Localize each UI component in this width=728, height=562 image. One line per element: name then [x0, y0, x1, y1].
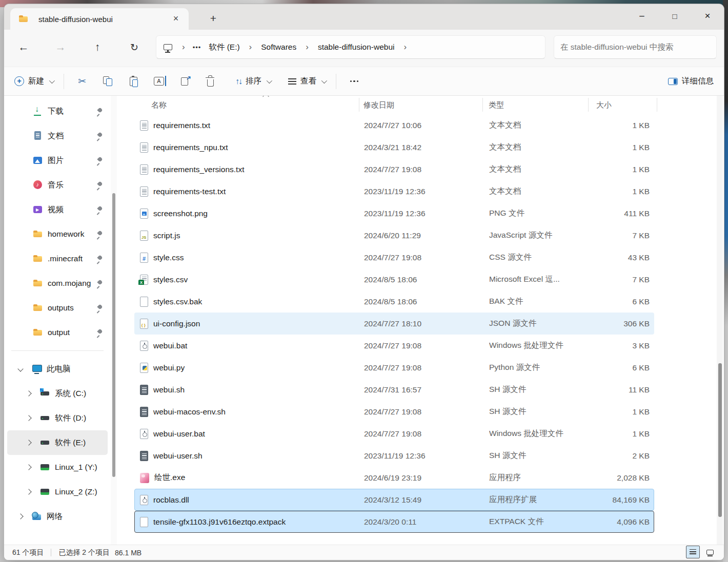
back-button[interactable]: ←	[11, 37, 36, 57]
table-row[interactable]: ui-config.json 2024/7/27 18:10 JSON 源文件 …	[134, 313, 654, 335]
table-row[interactable]: screenshot.png 2023/11/19 12:36 PNG 文件 4…	[134, 202, 654, 224]
sidebar-item-outputs[interactable]: outputs	[7, 296, 108, 320]
maximize-button[interactable]: □	[658, 4, 691, 28]
cut-button[interactable]: ✂	[69, 71, 95, 92]
table-row[interactable]: 绘世.exe 2024/6/19 23:19 应用程序 2,028 KB	[134, 467, 654, 489]
sidebar-tree-item-linux_2z[interactable]: Linux_2 (Z:)	[7, 480, 108, 504]
sidebar-item-[interactable]: 文档	[7, 123, 108, 148]
drive-icon	[40, 413, 50, 423]
up-button[interactable]: ↑	[85, 37, 110, 57]
breadcrumb-item[interactable]: Softwares	[256, 40, 301, 54]
sidebar-scrollbar-thumb[interactable]	[112, 193, 115, 477]
view-button[interactable]: 查看	[283, 71, 331, 92]
file-size: 1 KB	[597, 143, 654, 152]
column-resize-handle[interactable]	[588, 98, 589, 112]
drive-icon	[40, 438, 50, 448]
minimize-button[interactable]: –	[625, 4, 658, 28]
chevron-icon[interactable]	[17, 366, 23, 371]
search-box[interactable]: 在 stable-diffusion-webui 中搜索	[554, 35, 717, 59]
sidebar-item-output[interactable]: output	[7, 320, 108, 345]
table-row[interactable]: webui.sh 2024/7/31 16:57 SH 源文件 11 KB	[134, 379, 654, 401]
sidebar-item-homework[interactable]: homework	[7, 222, 108, 246]
file-list-scrollbar-thumb[interactable]	[718, 363, 722, 517]
sidebar-tree-item-linux_1y[interactable]: Linux_1 (Y:)	[7, 455, 108, 480]
drive-linux-icon	[40, 487, 50, 497]
details-view-toggle[interactable]	[686, 546, 700, 558]
sidebar-tree-item-[interactable]: 网络	[7, 504, 108, 529]
table-row[interactable]: webui.bat 2024/7/27 19:08 Windows 批处理文件 …	[134, 335, 654, 357]
table-row[interactable]: styles.csv.bak 2024/8/5 18:06 BAK 文件 6 K…	[134, 290, 654, 313]
rename-button[interactable]: A	[146, 71, 172, 92]
share-button[interactable]	[172, 71, 197, 92]
breadcrumb-item[interactable]: stable-diffusion-webui	[313, 40, 399, 54]
file-size: 1 KB	[597, 121, 654, 130]
new-button[interactable]: + 新建	[9, 71, 58, 92]
sidebar-item-com.mojang[interactable]: com.mojang	[7, 271, 108, 296]
table-row[interactable]: tensile-gfx1103.j91v616eztqo.extpack 202…	[134, 511, 654, 533]
copy-button[interactable]	[95, 71, 120, 92]
column-header-size[interactable]: 大小	[596, 100, 654, 110]
column-resize-handle[interactable]	[482, 98, 483, 112]
file-date: 2024/6/19 23:19	[364, 473, 489, 483]
column-resize-handle[interactable]	[657, 98, 657, 112]
column-resize-handle[interactable]	[359, 98, 359, 112]
file-list-scrollbar[interactable]	[717, 96, 723, 545]
delete-button[interactable]	[197, 71, 223, 92]
chevron-icon[interactable]	[26, 489, 31, 494]
column-header-type[interactable]: 类型	[489, 100, 596, 110]
close-button[interactable]: ×	[691, 4, 724, 28]
table-row[interactable]: style.css 2024/7/27 19:08 CSS 源文件 43 KB	[134, 246, 654, 268]
sidebar-scrollbar[interactable]	[111, 96, 117, 545]
table-row[interactable]: requirements.txt 2024/7/27 10:06 文本文档 1 …	[134, 114, 654, 136]
pin-icon	[96, 280, 103, 287]
sidebar-tree-item-e[interactable]: 软件 (E:)	[7, 430, 108, 455]
table-row[interactable]: webui-user.sh 2023/11/19 12:36 SH 源文件 2 …	[134, 445, 654, 467]
table-row[interactable]: webui-macos-env.sh 2024/7/27 19:08 SH 源文…	[134, 401, 654, 423]
tab-stable-diffusion-webui[interactable]: stable-diffusion-webui ×	[10, 8, 189, 30]
file-list-area: 名称 修改日期 类型 大小 requirements.txt 2024/7/27…	[117, 96, 724, 545]
sidebar-tree-item-c[interactable]: 系统 (C:)	[7, 381, 108, 406]
paste-button[interactable]	[120, 71, 146, 92]
sidebar-item-.minecraft[interactable]: .minecraft	[7, 246, 108, 271]
more-options-button[interactable]	[341, 71, 367, 92]
table-row[interactable]: requirements-test.txt 2023/11/19 12:36 文…	[134, 180, 654, 202]
new-tab-button[interactable]: +	[205, 10, 221, 27]
share-icon	[181, 77, 188, 86]
table-row[interactable]: webui-user.bat 2024/7/27 19:08 Windows 批…	[134, 423, 654, 445]
chevron-icon[interactable]	[17, 513, 23, 519]
table-row[interactable]: requirements_npu.txt 2024/3/21 18:42 文本文…	[134, 136, 654, 158]
table-row[interactable]: styles.csv 2024/8/5 18:06 Microsoft Exce…	[134, 268, 654, 290]
refresh-button[interactable]: ↻	[122, 37, 147, 57]
table-row[interactable]: requirements_versions.txt 2024/7/27 19:0…	[134, 158, 654, 180]
breadcrumb-overflow-button[interactable]: •••	[190, 41, 205, 54]
chevron-icon[interactable]	[26, 390, 31, 396]
breadcrumb-item[interactable]: 软件 (E:)	[204, 39, 244, 55]
column-header-date[interactable]: 修改日期	[363, 100, 489, 110]
table-row[interactable]: script.js 2024/6/20 11:29 JavaScript 源文件…	[134, 224, 654, 246]
chevron-icon[interactable]	[26, 464, 31, 470]
forward-button[interactable]: →	[48, 37, 73, 57]
file-date: 2024/7/27 10:06	[364, 121, 489, 130]
breadcrumb-chevron-icon: ›	[177, 42, 190, 52]
thumbnail-view-toggle[interactable]	[703, 546, 717, 558]
chevron-icon[interactable]	[26, 440, 31, 445]
tab-close-icon[interactable]: ×	[169, 12, 183, 26]
sidebar-item-[interactable]: 下载	[7, 99, 108, 123]
file-size: 411 KB	[597, 209, 654, 218]
sidebar-tree-item-d[interactable]: 软件 (D:)	[7, 406, 108, 430]
table-row[interactable]: webui.py 2024/7/27 19:08 Python 源文件 6 KB	[134, 357, 654, 379]
sidebar-tree-item-[interactable]: 此电脑	[7, 357, 108, 381]
address-bar[interactable]: › ••• 软件 (E:)›Softwares›stable-diffusion…	[156, 35, 545, 59]
file-type-icon	[140, 209, 148, 219]
file-name: rocblas.dll	[153, 495, 189, 505]
sidebar-item-[interactable]: 图片	[7, 148, 108, 173]
table-row[interactable]: rocblas.dll 2024/3/12 15:49 应用程序扩展 84,16…	[134, 489, 654, 511]
sort-button[interactable]: ↑↓ 排序	[230, 71, 276, 92]
details-pane-button[interactable]: 详细信息	[663, 71, 719, 92]
column-header-name[interactable]: 名称	[134, 100, 363, 110]
sidebar-item-[interactable]: 视频	[7, 197, 108, 222]
sidebar-item-[interactable]: 音乐	[7, 173, 108, 197]
chevron-icon[interactable]	[26, 415, 31, 421]
new-button-label: 新建	[28, 76, 44, 87]
file-name: tensile-gfx1103.j91v616eztqo.extpack	[153, 517, 286, 527]
